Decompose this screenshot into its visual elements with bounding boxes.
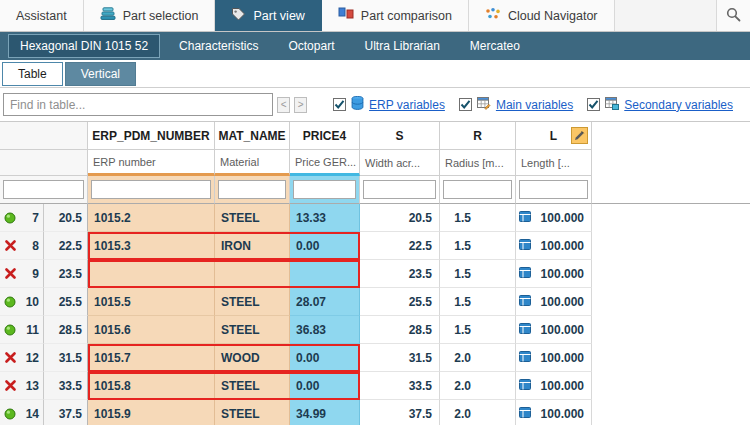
col-header-l[interactable]: L: [516, 122, 592, 150]
cell-radius[interactable]: 1.5: [440, 204, 516, 232]
cell-erp-number[interactable]: 1015.5: [88, 288, 215, 316]
col-header-price4[interactable]: PRICE4: [290, 122, 360, 150]
secondary-variables-checkbox[interactable]: [587, 98, 600, 111]
row-key-value[interactable]: 37.5: [44, 400, 88, 425]
tab-part-comparison[interactable]: Part comparison: [322, 0, 469, 31]
cell-width[interactable]: 33.5: [360, 372, 440, 400]
cell-price[interactable]: 28.07: [290, 288, 360, 316]
cell-width[interactable]: 20.5: [360, 204, 440, 232]
cell-material[interactable]: WOOD: [215, 344, 290, 372]
cell-radius[interactable]: 2.0: [440, 400, 516, 425]
cell-material[interactable]: STEEL: [215, 288, 290, 316]
cell-width[interactable]: 31.5: [360, 344, 440, 372]
search-button[interactable]: [716, 0, 750, 31]
tab-table-view[interactable]: Table: [2, 62, 63, 86]
cell-material[interactable]: IRON: [215, 232, 290, 260]
tab-mercateo[interactable]: Mercateo: [459, 35, 531, 57]
cell-length[interactable]: 100.000: [516, 344, 592, 372]
cell-radius[interactable]: 2.0: [440, 372, 516, 400]
row-number[interactable]: 8: [20, 232, 44, 260]
cell-price[interactable]: 34.99: [290, 400, 360, 425]
cell-material[interactable]: STEEL: [215, 316, 290, 344]
col-header-mat-name[interactable]: MAT_NAME: [215, 122, 290, 150]
tab-characteristics[interactable]: Characteristics: [168, 35, 269, 57]
filter-input-s[interactable]: [363, 180, 436, 199]
table-row[interactable]: 1025.51015.5STEEL28.0725.51.5100.000: [0, 288, 750, 316]
table-row[interactable]: 1231.51015.7WOOD0.0031.52.0100.000: [0, 344, 750, 372]
cell-length[interactable]: 100.000: [516, 372, 592, 400]
filter-input-r[interactable]: [443, 180, 512, 199]
row-number[interactable]: 13: [20, 372, 44, 400]
cell-price[interactable]: 13.33: [290, 204, 360, 232]
tab-vertical-view[interactable]: Vertical: [65, 62, 136, 86]
cell-material[interactable]: STEEL: [215, 400, 290, 425]
filter-input-erp[interactable]: [91, 180, 211, 199]
cell-erp-number[interactable]: 1015.2: [88, 204, 215, 232]
cell-erp-number[interactable]: [88, 260, 215, 288]
row-number[interactable]: 14: [20, 400, 44, 425]
cell-length[interactable]: 100.000: [516, 288, 592, 316]
filter-input-l[interactable]: [519, 180, 588, 199]
row-key-value[interactable]: 23.5: [44, 260, 88, 288]
tab-octopart[interactable]: Octopart: [277, 35, 345, 57]
row-key-value[interactable]: 20.5: [44, 204, 88, 232]
table-row[interactable]: 1437.51015.9STEEL34.9937.52.0100.000: [0, 400, 750, 425]
filter-input-price[interactable]: [293, 180, 356, 199]
row-number[interactable]: 7: [20, 204, 44, 232]
main-variables-checkbox[interactable]: [459, 98, 472, 111]
filter-input-rowheader[interactable]: [3, 180, 84, 199]
table-row[interactable]: 720.51015.2STEEL13.3320.51.5100.000: [0, 204, 750, 232]
cell-erp-number[interactable]: 1015.6: [88, 316, 215, 344]
cell-radius[interactable]: 1.5: [440, 288, 516, 316]
row-number[interactable]: 10: [20, 288, 44, 316]
cell-material[interactable]: [215, 260, 290, 288]
col-header-r[interactable]: R: [440, 122, 516, 150]
table-row[interactable]: 1333.51015.8STEEL0.0033.52.0100.000: [0, 372, 750, 400]
cell-material[interactable]: STEEL: [215, 204, 290, 232]
table-row[interactable]: 1128.51015.6STEEL36.8328.51.5100.000: [0, 316, 750, 344]
cell-length[interactable]: 100.000: [516, 232, 592, 260]
row-number[interactable]: 9: [20, 260, 44, 288]
erp-variables-link[interactable]: ERP variables: [369, 98, 445, 112]
row-key-value[interactable]: 28.5: [44, 316, 88, 344]
cell-price[interactable]: 0.00: [290, 372, 360, 400]
cell-price[interactable]: 0.00: [290, 232, 360, 260]
cell-width[interactable]: 22.5: [360, 232, 440, 260]
row-key-value[interactable]: 25.5: [44, 288, 88, 316]
tab-active-part[interactable]: Hexagonal DIN 1015 52: [8, 34, 160, 58]
row-key-value[interactable]: 33.5: [44, 372, 88, 400]
tab-ultra-librarian[interactable]: Ultra Librarian: [353, 35, 450, 57]
erp-variables-checkbox[interactable]: [333, 98, 346, 111]
cell-material[interactable]: STEEL: [215, 372, 290, 400]
cell-erp-number[interactable]: 1015.3: [88, 232, 215, 260]
cell-width[interactable]: 37.5: [360, 400, 440, 425]
table-row[interactable]: 923.523.51.5100.000: [0, 260, 750, 288]
row-number[interactable]: 12: [20, 344, 44, 372]
tab-assistant[interactable]: Assistant: [0, 0, 84, 31]
tab-part-view[interactable]: Part view: [215, 0, 321, 31]
find-prev-button[interactable]: <: [277, 97, 290, 113]
secondary-variables-link[interactable]: Secondary variables: [624, 98, 733, 112]
main-variables-link[interactable]: Main variables: [496, 98, 573, 112]
cell-price[interactable]: 0.00: [290, 344, 360, 372]
col-header-erp-pdm-number[interactable]: ERP_PDM_NUMBER: [88, 122, 215, 150]
cell-erp-number[interactable]: 1015.7: [88, 344, 215, 372]
cell-width[interactable]: 23.5: [360, 260, 440, 288]
tab-part-selection[interactable]: Part selection: [84, 0, 216, 31]
row-key-value[interactable]: 22.5: [44, 232, 88, 260]
filter-input-material[interactable]: [218, 180, 286, 199]
cell-price[interactable]: 36.83: [290, 316, 360, 344]
cell-radius[interactable]: 1.5: [440, 316, 516, 344]
cell-length[interactable]: 100.000: [516, 316, 592, 344]
find-in-table-input[interactable]: [3, 93, 273, 116]
cell-radius[interactable]: 2.0: [440, 344, 516, 372]
cell-width[interactable]: 25.5: [360, 288, 440, 316]
cell-width[interactable]: 28.5: [360, 316, 440, 344]
cell-length[interactable]: 100.000: [516, 260, 592, 288]
row-key-value[interactable]: 31.5: [44, 344, 88, 372]
edit-column-icon[interactable]: [571, 127, 588, 144]
cell-erp-number[interactable]: 1015.8: [88, 372, 215, 400]
find-next-button[interactable]: >: [294, 97, 307, 113]
table-row[interactable]: 822.51015.3IRON0.0022.51.5100.000: [0, 232, 750, 260]
cell-radius[interactable]: 1.5: [440, 260, 516, 288]
